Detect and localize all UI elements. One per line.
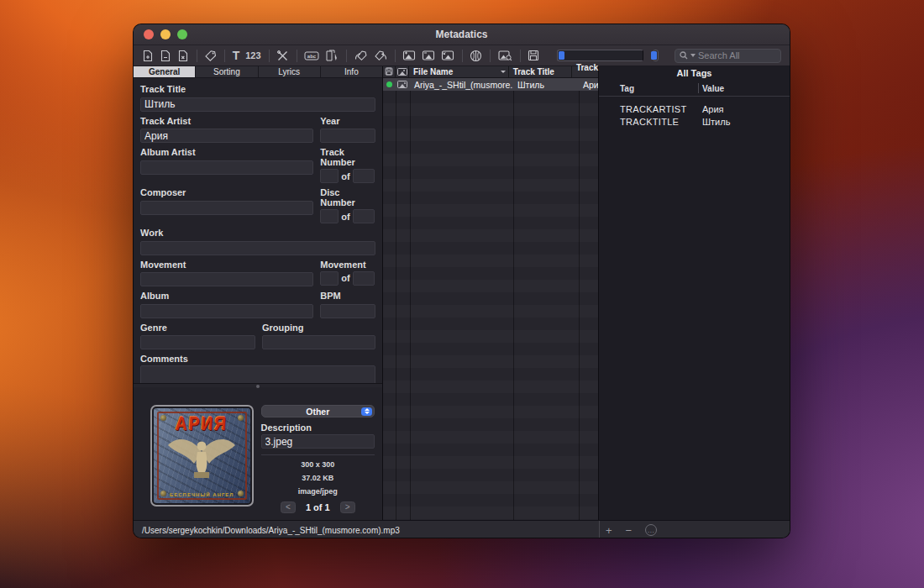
genre-label: Genre — [140, 323, 255, 333]
tag-name: TRACKARTIST — [599, 104, 698, 114]
image-plus-icon — [402, 50, 416, 61]
disc-number-field[interactable] — [320, 209, 339, 223]
file-row-selected[interactable]: Ariya_-_SHtil_(musmore.... Штиль Ария — [383, 78, 598, 91]
remove-file-button[interactable] — [160, 48, 171, 64]
tag-arrow-in-icon — [354, 50, 368, 62]
prev-artwork-button[interactable]: < — [281, 501, 296, 513]
artwork-section: АРИЯ БЕСПЕЧНЫЙ АНГЕЛ — [134, 387, 382, 520]
tab-general[interactable]: General — [134, 66, 196, 77]
artwork-page-count: 1 of 1 — [306, 502, 330, 512]
text-case-button[interactable]: T — [233, 48, 240, 64]
renumber-button[interactable]: 123 — [245, 48, 260, 64]
toggle-left-panel-button[interactable] — [557, 50, 643, 61]
artwork-type-dropdown[interactable]: Other — [261, 405, 375, 417]
bpm-label: BPM — [320, 291, 375, 301]
tag-column-label[interactable]: Tag — [599, 84, 698, 93]
track-title-field[interactable] — [140, 97, 375, 112]
track-artist-column-header[interactable]: Track . — [572, 66, 598, 77]
track-number-field[interactable] — [320, 169, 339, 183]
svg-text:abc: abc — [307, 54, 317, 59]
work-field[interactable] — [140, 241, 375, 255]
genre-field[interactable] — [140, 335, 255, 349]
movement-total-field[interactable] — [353, 271, 375, 286]
tag-row[interactable]: TRACKARTIST Ария — [599, 102, 790, 115]
filename-from-tag-button[interactable] — [374, 48, 387, 64]
window-title: Metadatics — [134, 29, 790, 40]
abc-badge-icon: abc — [304, 50, 319, 61]
add-artwork-button[interactable] — [402, 48, 416, 64]
add-file-button[interactable] — [142, 48, 154, 64]
save-button[interactable] — [528, 48, 539, 64]
tools-button[interactable] — [276, 48, 289, 64]
title-bar[interactable]: Metadatics — [134, 24, 790, 45]
value-column-label[interactable]: Value — [698, 84, 724, 93]
album-artist-field[interactable] — [140, 160, 313, 175]
movement-field[interactable] — [140, 272, 313, 286]
search-icon — [680, 48, 688, 63]
bpm-field[interactable] — [320, 304, 375, 318]
floppy-column-icon — [385, 67, 393, 77]
remove-artwork-button[interactable] — [422, 48, 435, 64]
brain-icon — [470, 50, 482, 62]
album-art-frame[interactable]: АРИЯ БЕСПЕЧНЫЙ АНГЕЛ — [150, 405, 254, 507]
file-name-column-header[interactable]: File Name — [409, 66, 509, 77]
file-name-column-label: File Name — [413, 67, 453, 76]
movement-label: Movement — [140, 260, 313, 270]
close-file-button[interactable] — [177, 48, 189, 64]
tab-sorting[interactable]: Sorting — [196, 66, 258, 77]
sort-chevron-icon — [501, 71, 506, 73]
save-status-column-header[interactable] — [383, 66, 396, 77]
rivet-icon — [238, 415, 244, 421]
row-track-title: Штиль — [513, 78, 579, 91]
track-artist-field[interactable] — [140, 129, 313, 143]
disc-total-field[interactable] — [353, 209, 375, 223]
composer-label: Composer — [140, 187, 313, 197]
more-actions-button[interactable]: ... — [645, 524, 657, 536]
next-artwork-button[interactable]: > — [340, 501, 355, 513]
artwork-type-value: Other — [306, 407, 329, 417]
file-path-text: /Users/sergeykochkin/Downloads/Ariya_-_S… — [142, 526, 400, 535]
add-tag-button[interactable]: + — [606, 525, 612, 536]
batch-edit-button[interactable] — [325, 48, 339, 64]
musicbrainz-lookup-button[interactable] — [470, 48, 482, 64]
track-title-column-label: Track Title — [513, 67, 554, 76]
composer-field[interactable] — [140, 201, 313, 215]
tab-info[interactable]: Info — [321, 66, 382, 77]
album-field[interactable] — [140, 304, 313, 318]
editor-tabs: General Sorting Lyrics Info — [134, 66, 382, 78]
movement-number-field[interactable] — [320, 271, 339, 286]
toolbar: T 123 abc — [134, 45, 790, 66]
tab-lyrics[interactable]: Lyrics — [259, 66, 321, 77]
tag-button[interactable] — [204, 48, 217, 64]
column-divider — [698, 83, 699, 93]
panel-splitter[interactable] — [134, 383, 382, 387]
search-artwork-button[interactable] — [498, 48, 512, 64]
toggle-right-panel-button[interactable] — [653, 50, 659, 61]
grouping-field[interactable] — [262, 335, 375, 349]
lookup-button[interactable]: abc — [304, 48, 319, 64]
comments-field[interactable] — [140, 365, 375, 383]
all-tags-rows: TRACKARTIST Ария TRACKTITLE Штиль — [599, 97, 790, 128]
file-list-body[interactable]: Ariya_-_SHtil_(musmore.... Штиль Ария — [383, 78, 598, 520]
artwork-description-field[interactable] — [261, 434, 375, 449]
track-total-field[interactable] — [353, 169, 375, 183]
tag-from-filename-button[interactable] — [354, 48, 368, 64]
tag-value: Штиль — [698, 117, 730, 127]
file-list-header: File Name Track Title Track . — [383, 66, 598, 78]
track-title-label: Track Title — [140, 84, 375, 94]
rivet-icon — [160, 491, 166, 496]
numbers-icon: 123 — [245, 50, 260, 60]
search-input[interactable] — [698, 50, 776, 60]
track-title-column-header[interactable]: Track Title — [509, 66, 572, 77]
remove-tag-button[interactable]: − — [626, 525, 633, 536]
tag-arrow-out-icon — [374, 50, 387, 62]
search-field[interactable] — [675, 49, 781, 63]
tag-row[interactable]: TRACKTITLE Штиль — [599, 115, 790, 128]
column-divider — [513, 78, 514, 520]
year-field[interactable] — [320, 129, 375, 143]
movement-of-label: of — [341, 273, 349, 283]
artwork-column-header[interactable] — [396, 66, 409, 77]
export-artwork-button[interactable] — [441, 48, 454, 64]
column-divider — [579, 78, 580, 520]
artwork-details: Other Description 300 x 300 37.02 KB ima… — [261, 405, 375, 520]
